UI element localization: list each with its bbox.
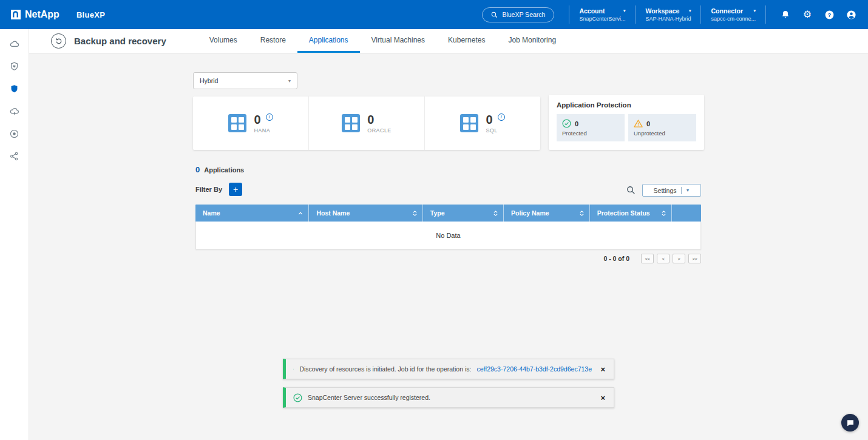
notifications-bell-button[interactable]	[779, 8, 792, 21]
column-label: Host Name	[316, 209, 350, 217]
topbar-icons: ⚙ ?	[779, 8, 857, 21]
netapp-logo-icon	[11, 10, 21, 19]
sidebar-item-storage[interactable]	[0, 33, 29, 55]
check-circle-icon	[293, 393, 302, 402]
pagination-last-button[interactable]: >>	[688, 254, 701, 263]
workspace-value: SAP-HANA-Hybrid	[645, 16, 691, 22]
protected-count: 0	[575, 120, 578, 127]
database-grid-icon	[342, 114, 360, 132]
sort-asc-icon[interactable]	[297, 211, 303, 216]
account-label: Account	[579, 7, 605, 15]
environment-select[interactable]: Hybrid ▾	[193, 72, 297, 89]
table-body: No Data	[195, 222, 701, 249]
product-name: BlueXP	[76, 10, 105, 19]
sidebar-item-mobility[interactable]	[0, 100, 29, 123]
sidebar-item-protection[interactable]	[0, 78, 29, 100]
column-header-name[interactable]: Name	[195, 205, 309, 222]
column-label: Policy Name	[511, 209, 549, 217]
unprotected-stat: 0 Unprotected	[628, 114, 696, 141]
toast-stack: Discovery of resources is initiated. Job…	[283, 359, 614, 408]
discovery-toast: Discovery of resources is initiated. Job…	[283, 359, 614, 379]
oracle-label: ORACLE	[367, 127, 391, 134]
sidebar-item-governance[interactable]	[0, 123, 29, 145]
account-menu[interactable]: Account▾ SnapCenterServi...	[569, 5, 635, 24]
left-sidebar	[0, 29, 29, 440]
pagination-next-button[interactable]: >	[673, 254, 685, 263]
settings-gear-button[interactable]: ⚙	[801, 8, 813, 21]
pagination-prev-button[interactable]: <	[657, 254, 670, 263]
no-data-text: No Data	[436, 232, 460, 239]
netapp-logo[interactable]: NetApp	[11, 9, 59, 20]
database-grid-icon	[228, 114, 246, 132]
applications-count-label: Applications	[204, 166, 244, 174]
target-icon	[9, 129, 19, 139]
job-id-link[interactable]: ceff29c3-7206-44b7-b3df-2cd9d6ec713e	[476, 365, 592, 373]
toast-message: SnapCenter Server successfully registere…	[308, 394, 430, 401]
bell-icon	[781, 10, 790, 19]
hana-count: 0	[254, 113, 260, 126]
table-settings-button[interactable]: Settings ▼	[642, 184, 701, 197]
restore-arrow-icon	[55, 37, 63, 46]
sort-icon[interactable]	[661, 210, 666, 217]
connector-menu[interactable]: Connector▾ sapcc-cm-conne...	[700, 5, 766, 24]
chat-bubble-icon	[846, 419, 855, 427]
chat-support-button[interactable]	[841, 414, 859, 432]
chevron-down-icon: ▾	[288, 78, 291, 84]
workspace-menu[interactable]: Workspace▾ SAP-HANA-Hybrid	[635, 5, 700, 24]
close-icon[interactable]: ×	[600, 394, 605, 402]
backup-recovery-icon	[51, 33, 66, 49]
table-search-button[interactable]	[625, 184, 636, 195]
applications-count: 0 Applications	[195, 165, 244, 174]
sort-icon[interactable]	[412, 210, 418, 217]
column-header-policy-name[interactable]: Policy Name	[504, 205, 590, 222]
tab-volumes[interactable]: Volumes	[198, 29, 249, 53]
search-icon	[491, 12, 498, 18]
gear-icon: ⚙	[803, 10, 812, 19]
user-account-button[interactable]	[845, 8, 857, 21]
sort-icon[interactable]	[493, 210, 498, 217]
unprotected-label: Unprotected	[634, 130, 691, 137]
close-icon[interactable]: ×	[600, 365, 605, 373]
oracle-count: 0	[367, 113, 374, 126]
info-icon[interactable]: i	[498, 113, 505, 121]
check-circle-icon	[562, 119, 571, 128]
filter-row: Filter By +	[195, 182, 242, 197]
tab-applications[interactable]: Applications	[297, 29, 360, 53]
chevron-down-icon: ▾	[689, 8, 691, 13]
tab-restore[interactable]: Restore	[249, 29, 297, 53]
registered-toast: SnapCenter Server successfully registere…	[283, 387, 614, 408]
application-protection-card: Application Protection 0 Protected 0 Unp…	[549, 95, 704, 150]
oracle-counter: 0 ORACLE	[309, 96, 425, 150]
sidebar-item-extensions[interactable]	[0, 145, 29, 168]
toast-message: Discovery of resources is initiated. Job…	[299, 365, 471, 373]
database-grid-icon	[460, 114, 478, 132]
tab-job-monitoring[interactable]: Job Monitoring	[497, 29, 568, 53]
sql-count: 0	[486, 113, 492, 126]
sort-icon[interactable]	[579, 210, 585, 217]
pagination-first-button[interactable]: <<	[641, 254, 654, 263]
info-icon[interactable]: i	[266, 113, 273, 121]
shield-icon	[9, 84, 19, 94]
page-title: Backup and recovery	[74, 36, 166, 46]
column-header-host-name[interactable]: Host Name	[309, 205, 422, 222]
add-filter-button[interactable]: +	[229, 183, 242, 196]
user-icon	[846, 10, 856, 20]
protected-stat: 0 Protected	[557, 114, 625, 141]
sidebar-item-health[interactable]	[0, 55, 29, 78]
plus-icon: +	[233, 185, 238, 194]
search-label: BlueXP Search	[502, 11, 545, 18]
workspace-label: Workspace	[645, 7, 679, 15]
protection-card-title: Application Protection	[557, 101, 696, 109]
chevron-down-icon: ▼	[686, 188, 690, 192]
help-button[interactable]: ?	[823, 8, 835, 21]
column-header-protection-status[interactable]: Protection Status	[590, 205, 672, 222]
topbar: NetApp BlueXP BlueXP Search Account▾ Sna…	[0, 0, 868, 29]
bluexp-search-button[interactable]: BlueXP Search	[482, 7, 554, 22]
tab-kubernetes[interactable]: Kubernetes	[436, 29, 497, 53]
hana-counter: 0 i HANA	[193, 96, 309, 150]
tab-virtual-machines[interactable]: Virtual Machines	[360, 29, 437, 53]
column-header-type[interactable]: Type	[423, 205, 504, 222]
divider	[681, 187, 682, 194]
search-icon	[626, 186, 636, 195]
protected-label: Protected	[562, 130, 619, 137]
